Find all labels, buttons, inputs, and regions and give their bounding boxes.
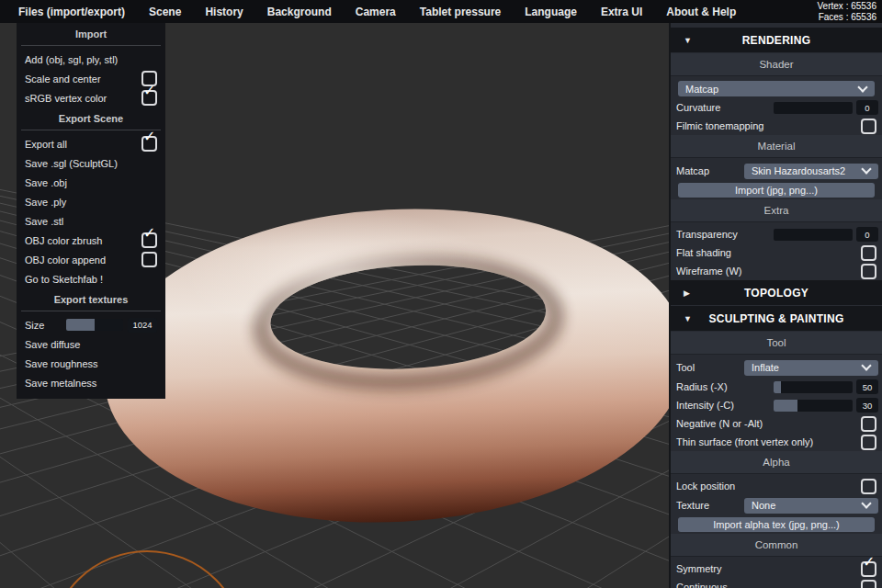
size-value: 1024 xyxy=(128,318,157,333)
section-header-common: Common xyxy=(671,534,882,557)
menu-history[interactable]: History xyxy=(193,0,254,23)
transparency-slider[interactable] xyxy=(774,229,853,241)
intensity-c-label: Intensity (-C) xyxy=(676,400,734,411)
checkmark-icon: ✓ xyxy=(143,130,155,144)
import-jpg-png-button[interactable]: Import (jpg, png...) xyxy=(678,183,875,198)
save-roughness-label: Save roughness xyxy=(25,358,98,369)
add-obj-sgl-ply-stl-label: Add (obj, sgl, ply, stl) xyxy=(25,54,118,65)
menu-about-help[interactable]: About & Help xyxy=(654,0,748,23)
row-curvature: Curvature0 xyxy=(671,98,882,117)
section-header-tool: Tool xyxy=(671,332,882,355)
intensity-c-slider[interactable] xyxy=(774,400,853,412)
faces-count: Faces : 65536 xyxy=(818,12,877,23)
curvature-slider[interactable] xyxy=(774,102,853,114)
negative-n-or-alt-label: Negative (N or -Alt) xyxy=(676,418,763,429)
row-lock-position: Lock position xyxy=(671,477,882,495)
filmic-tonemapping-label: Filmic tonemapping xyxy=(676,120,763,131)
sculpting-painting-title: SCULPTING & PAINTING xyxy=(671,312,882,325)
tool-select-value: Inflate xyxy=(752,362,863,373)
srgb-vertex-color-label: sRGB vertex color xyxy=(25,93,107,104)
continuous-checkbox[interactable] xyxy=(861,580,876,588)
lock-position-checkbox[interactable] xyxy=(861,479,876,494)
matcap-select-value: Matcap xyxy=(685,84,859,95)
menu-item-go-to-sketchfab[interactable]: Go to Sketchfab ! xyxy=(17,269,165,288)
menu-item-save-obj[interactable]: Save .obj xyxy=(17,173,165,192)
menu-background[interactable]: Background xyxy=(255,0,344,23)
menu-item-add-obj-sgl-ply-stl[interactable]: Add (obj, sgl, ply, stl) xyxy=(17,50,165,69)
export-all-label: Export all xyxy=(25,139,67,150)
row-continuous: Continuous xyxy=(671,578,882,588)
menu-item-srgb-vertex-color[interactable]: sRGB vertex color✓ xyxy=(17,88,165,107)
matcap-select-value: Skin Hazardousarts2 xyxy=(752,165,863,176)
tool-select[interactable]: Inflate xyxy=(744,360,878,376)
menu-item-size[interactable]: Size1024 xyxy=(17,315,165,334)
menu-item-save-sgl-sculptgl[interactable]: Save .sgl (SculptGL) xyxy=(17,153,165,173)
flat-shading-checkbox[interactable] xyxy=(861,245,876,261)
menu-tablet-pressure[interactable]: Tablet pressure xyxy=(408,0,513,23)
chevron-down-icon xyxy=(857,82,867,92)
menu-item-save-ply[interactable]: Save .ply xyxy=(17,192,165,211)
chevron-down-icon xyxy=(861,164,871,174)
panel-header-rendering[interactable]: ▼RENDERING xyxy=(671,28,882,52)
thin-surface-front-vertex-only-checkbox[interactable] xyxy=(861,435,876,450)
right-sidebar: ▼RENDERINGShaderMatcapCurvature0Filmic t… xyxy=(669,23,882,588)
row-radius-x: Radius (-X)50 xyxy=(671,378,882,396)
chevron-down-icon xyxy=(861,498,871,508)
size-label: Size xyxy=(25,320,44,331)
obj-color-append-label: OBJ color append xyxy=(25,254,106,266)
matcap-select[interactable]: Skin Hazardousarts2 xyxy=(744,164,878,179)
checkmark-icon: ✓ xyxy=(143,226,155,241)
obj-color-zbrush-checkbox[interactable]: ✓ xyxy=(141,232,157,248)
menu-item-obj-color-zbrush[interactable]: OBJ color zbrush✓ xyxy=(17,231,165,250)
menu-language[interactable]: Language xyxy=(513,0,589,23)
matcap-label: Matcap xyxy=(676,165,709,176)
save-sgl-sculptgl-label: Save .sgl (SculptGL) xyxy=(25,158,118,169)
vertex-count: Vertex : 65536 xyxy=(818,1,877,12)
radius-x-label: Radius (-X) xyxy=(676,381,728,392)
export-all-checkbox[interactable]: ✓ xyxy=(141,136,157,152)
radius-x-slider[interactable] xyxy=(774,381,853,393)
menu-section-export-textures: Export textures xyxy=(17,288,165,310)
texture-label: Texture xyxy=(676,500,709,511)
size-slider[interactable] xyxy=(66,319,123,331)
thin-surface-front-vertex-only-label: Thin surface (front vertex only) xyxy=(676,436,813,447)
radius-x-slider-fill xyxy=(774,381,781,393)
checkmark-icon: ✓ xyxy=(143,84,155,98)
row-symmetry: Symmetry✓ xyxy=(671,560,882,578)
row-texture: TextureNone xyxy=(671,495,882,515)
wireframe-w-checkbox[interactable] xyxy=(861,264,876,279)
matcap-select[interactable]: Matcap xyxy=(678,81,875,96)
obj-color-append-checkbox[interactable] xyxy=(141,252,157,267)
rendering-title: RENDERING xyxy=(671,34,882,47)
texture-select[interactable]: None xyxy=(744,498,878,514)
radius-x-value: 50 xyxy=(856,379,878,394)
section-divider xyxy=(21,311,161,311)
menu-scene[interactable]: Scene xyxy=(137,0,193,23)
scale-and-center-label: Scale and center xyxy=(25,74,101,85)
continuous-label: Continuous xyxy=(676,582,728,588)
row-transparency: Transparency0 xyxy=(671,225,882,243)
srgb-vertex-color-checkbox[interactable]: ✓ xyxy=(141,90,157,106)
row-wireframe-w: Wireframe (W) xyxy=(671,262,882,280)
panel-header-sculpting-painting[interactable]: ▼SCULPTING & PAINTING xyxy=(671,306,882,331)
menu-item-export-all[interactable]: Export all✓ xyxy=(17,134,165,153)
menu-item-save-roughness[interactable]: Save roughness xyxy=(17,354,165,373)
lock-position-label: Lock position xyxy=(676,481,735,492)
menu-item-save-diffuse[interactable]: Save diffuse xyxy=(17,334,165,354)
menu-item-save-metalness[interactable]: Save metalness xyxy=(17,373,165,392)
menu-item-obj-color-append[interactable]: OBJ color append xyxy=(17,250,165,269)
menu-section-import: Import xyxy=(17,23,165,44)
import-alpha-tex-jpg-png-button[interactable]: Import alpha tex (jpg, png...) xyxy=(678,517,875,532)
row-filmic-tonemapping: Filmic tonemapping xyxy=(671,117,882,135)
section-header-extra: Extra xyxy=(671,199,882,222)
section-divider xyxy=(21,45,161,46)
symmetry-checkbox[interactable]: ✓ xyxy=(861,561,876,577)
menu-files-import-export[interactable]: Files (import/export) xyxy=(0,0,137,23)
menu-extra-ui[interactable]: Extra UI xyxy=(589,0,654,23)
menu-camera[interactable]: Camera xyxy=(344,0,408,23)
flat-shading-label: Flat shading xyxy=(676,247,731,258)
panel-header-topology[interactable]: ▶TOPOLOGY xyxy=(671,280,882,305)
filmic-tonemapping-checkbox[interactable] xyxy=(861,119,876,134)
negative-n-or-alt-checkbox[interactable] xyxy=(861,416,876,432)
size-slider-fill xyxy=(66,319,95,331)
